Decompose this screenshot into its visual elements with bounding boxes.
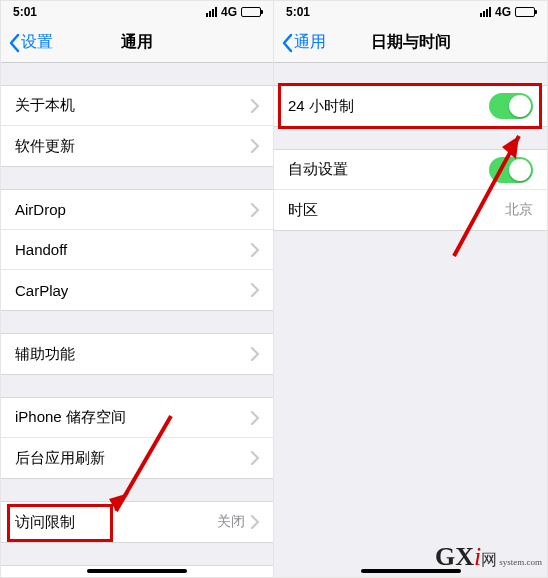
settings-group: 关于本机软件更新: [1, 85, 273, 167]
status-bar: 5:01 4G: [274, 1, 547, 23]
row-label: Handoff: [15, 241, 67, 258]
settings-row[interactable]: 软件更新: [1, 126, 273, 166]
network-label: 4G: [221, 5, 237, 19]
network-label: 4G: [495, 5, 511, 19]
chevron-right-icon: [251, 139, 259, 153]
back-button[interactable]: 通用: [280, 32, 326, 53]
back-label: 设置: [21, 32, 53, 53]
settings-row[interactable]: AirDrop: [1, 190, 273, 230]
chevron-right-icon: [251, 99, 259, 113]
row-label: AirDrop: [15, 201, 66, 218]
signal-icon: [480, 7, 491, 17]
phone-right-date-time: 5:01 4G 通用 日期与时间 24 小时制自动设置时区北京: [274, 1, 547, 577]
settings-row[interactable]: 访问限制关闭: [1, 502, 273, 542]
settings-group: iPhone 储存空间后台应用刷新: [1, 397, 273, 479]
page-title: 通用: [121, 32, 153, 53]
chevron-left-icon: [280, 33, 294, 53]
chevron-right-icon: [251, 411, 259, 425]
row-label: 24 小时制: [288, 97, 354, 116]
settings-row[interactable]: 时区北京: [274, 190, 547, 230]
watermark-x: X: [455, 542, 474, 572]
settings-group: AirDropHandoffCarPlay: [1, 189, 273, 311]
chevron-left-icon: [7, 33, 21, 53]
chevron-right-icon: [251, 515, 259, 529]
settings-row[interactable]: 后台应用刷新: [1, 438, 273, 478]
status-time: 5:01: [13, 5, 37, 19]
row-label: 软件更新: [15, 137, 75, 156]
settings-group: 自动设置时区北京: [274, 149, 547, 231]
settings-row[interactable]: 关于本机: [1, 86, 273, 126]
back-label: 通用: [294, 32, 326, 53]
chevron-right-icon: [251, 243, 259, 257]
phone-left-general: 5:01 4G 设置 通用 关于本机软件更新AirDropHandoffCarP…: [1, 1, 274, 577]
nav-bar: 通用 日期与时间: [274, 23, 547, 63]
status-indicators: 4G: [206, 5, 261, 19]
settings-group: 辅助功能: [1, 333, 273, 375]
row-label: CarPlay: [15, 282, 68, 299]
settings-row[interactable]: 自动设置: [274, 150, 547, 190]
battery-icon: [515, 7, 535, 17]
row-label: 后台应用刷新: [15, 449, 105, 468]
watermark-i: i: [474, 542, 481, 572]
settings-list[interactable]: 24 小时制自动设置时区北京: [274, 63, 547, 577]
signal-icon: [206, 7, 217, 17]
chevron-right-icon: [251, 451, 259, 465]
settings-row[interactable]: 24 小时制: [274, 86, 547, 126]
settings-row[interactable]: iPhone 储存空间: [1, 398, 273, 438]
home-indicator[interactable]: [87, 569, 187, 573]
row-label: 关于本机: [15, 96, 75, 115]
row-label: iPhone 储存空间: [15, 408, 126, 427]
status-time: 5:01: [286, 5, 310, 19]
watermark: G X i 网 system.com: [435, 542, 542, 572]
battery-icon: [241, 7, 261, 17]
page-title: 日期与时间: [371, 32, 451, 53]
settings-row[interactable]: CarPlay: [1, 270, 273, 310]
toggle-switch[interactable]: [489, 93, 533, 119]
watermark-sub: system.com: [499, 557, 542, 567]
settings-group: 访问限制关闭: [1, 501, 273, 543]
row-label: 辅助功能: [15, 345, 75, 364]
settings-row[interactable]: Handoff: [1, 230, 273, 270]
watermark-cn: 网: [481, 550, 497, 571]
back-button[interactable]: 设置: [7, 32, 53, 53]
row-value: 北京: [505, 201, 533, 219]
row-label: 自动设置: [288, 160, 348, 179]
watermark-g: G: [435, 542, 455, 572]
row-label: 时区: [288, 201, 318, 220]
toggle-switch[interactable]: [489, 157, 533, 183]
chevron-right-icon: [251, 203, 259, 217]
status-bar: 5:01 4G: [1, 1, 273, 23]
settings-row[interactable]: 辅助功能: [1, 334, 273, 374]
row-value: 关闭: [217, 513, 245, 531]
nav-bar: 设置 通用: [1, 23, 273, 63]
status-indicators: 4G: [480, 5, 535, 19]
settings-list[interactable]: 关于本机软件更新AirDropHandoffCarPlay辅助功能iPhone …: [1, 63, 273, 577]
chevron-right-icon: [251, 347, 259, 361]
row-label: 日期与时间: [15, 576, 90, 577]
chevron-right-icon: [251, 283, 259, 297]
settings-group: 24 小时制: [274, 85, 547, 127]
row-label: 访问限制: [15, 513, 75, 532]
